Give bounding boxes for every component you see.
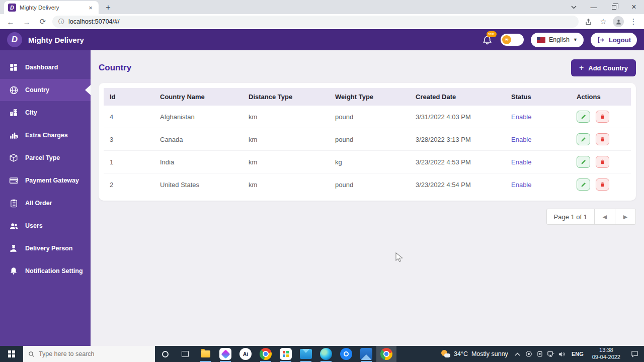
screen: D Mighty Delivery × + — × ← → ⟳ ⓘ localh… (0, 0, 644, 362)
status-enable-link[interactable]: Enable (511, 181, 531, 189)
tray-capture-icon[interactable] (534, 350, 545, 357)
notification-bell-icon[interactable]: 99+ (480, 33, 494, 46)
app-logo: D (7, 32, 22, 47)
sidebar-item-payment-gateway[interactable]: Payment Gateway (0, 169, 91, 192)
tab-close-icon[interactable]: × (87, 4, 95, 12)
window-controls: — × (564, 0, 644, 14)
clickup-icon[interactable] (215, 346, 235, 362)
profile-avatar[interactable] (612, 15, 625, 28)
col-id: Id (104, 88, 154, 106)
pencil-icon (581, 182, 587, 188)
status-enable-link[interactable]: Enable (511, 113, 531, 121)
sidebar-item-delivery-person[interactable]: Delivery Person (0, 237, 91, 259)
back-icon[interactable]: ← (4, 15, 17, 28)
sidebar-item-all-order[interactable]: All Order (0, 192, 91, 214)
courier-icon (9, 244, 19, 253)
sidebar-item-dashboard[interactable]: Dashboard (0, 56, 91, 78)
volume-icon[interactable] (556, 351, 568, 357)
url-text: localhost:50704/#/ (68, 18, 119, 25)
cortana-icon[interactable] (155, 346, 175, 362)
logout-button[interactable]: Logout (591, 33, 637, 47)
sidebar-item-country[interactable]: Country (0, 79, 91, 101)
chevron-down-icon: ▼ (573, 37, 578, 42)
browser-tab[interactable]: D Mighty Delivery × (4, 1, 99, 14)
microsoft-store-icon[interactable] (276, 346, 296, 362)
app-circle-icon[interactable]: Ai (235, 346, 256, 362)
mail-icon[interactable] (296, 346, 316, 362)
col-distance-type: Distance Type (243, 88, 329, 106)
close-button[interactable]: × (624, 0, 644, 14)
sidebar-item-parcel-type[interactable]: Parcel Type (0, 147, 91, 169)
input-language-indicator[interactable]: ENG (568, 351, 588, 357)
tab-title: Mighty Delivery (20, 5, 83, 11)
bookmark-star-icon[interactable]: ☆ (597, 15, 610, 28)
sidebar-item-extra-charges[interactable]: $ Extra Charges (0, 124, 91, 146)
edit-button[interactable] (577, 111, 590, 123)
chrome-active-icon[interactable] (376, 346, 396, 362)
weather-widget[interactable]: 34°C Mostly sunny (437, 350, 512, 358)
minimize-button[interactable]: — (584, 0, 604, 14)
prev-page-button[interactable]: ◀ (594, 209, 615, 225)
tab-favicon: D (8, 4, 16, 12)
clock-time: 13:38 (599, 347, 613, 354)
browser-menu-icon[interactable]: ⋮ (627, 15, 640, 28)
edge-icon[interactable] (316, 346, 336, 362)
browser-toolbar: ← → ⟳ ⓘ localhost:50704/#/ ☆ ⋮ (0, 14, 644, 29)
edit-button[interactable] (577, 156, 590, 168)
hidden-icons-chevron[interactable] (512, 352, 523, 356)
chrome-icon[interactable] (256, 346, 276, 362)
users-icon (9, 221, 19, 231)
photos-icon[interactable] (356, 346, 376, 362)
restore-button[interactable] (604, 0, 624, 14)
new-tab-button[interactable]: + (102, 1, 115, 14)
globe-icon (9, 85, 19, 95)
theme-toggle[interactable]: ☀ (501, 34, 524, 46)
sidebar-item-users[interactable]: Users (0, 215, 91, 237)
site-info-icon[interactable]: ⓘ (58, 18, 64, 26)
col-created-date: Created Date (410, 88, 505, 106)
delete-button[interactable] (596, 111, 609, 123)
network-icon[interactable] (545, 351, 556, 357)
status-enable-link[interactable]: Enable (511, 136, 531, 143)
col-actions: Actions (571, 88, 631, 106)
delete-button[interactable] (596, 178, 609, 191)
page-title: Country (99, 63, 131, 73)
delete-button[interactable] (596, 156, 609, 168)
window-menu-icon[interactable] (564, 0, 584, 14)
notification-badge: 99+ (487, 31, 497, 37)
start-button[interactable] (0, 346, 23, 362)
url-bar[interactable]: ⓘ localhost:50704/#/ (52, 16, 579, 28)
delete-button[interactable] (596, 133, 609, 145)
task-view-icon[interactable] (175, 346, 195, 362)
country-table-card: Id Country Name Distance Type Weight Typ… (99, 83, 636, 201)
language-selector[interactable]: English ▼ (531, 33, 584, 47)
search-input[interactable] (39, 350, 139, 357)
share-icon[interactable] (582, 15, 595, 28)
sidebar-item-notification-setting[interactable]: Notification Setting (0, 260, 91, 282)
taskbar-search[interactable] (23, 346, 155, 362)
brand[interactable]: D Mighty Delivery (0, 32, 91, 47)
refresh-icon[interactable]: ⟳ (36, 15, 49, 28)
add-country-button[interactable]: + Add Country (571, 59, 636, 76)
forward-icon[interactable]: → (20, 15, 33, 28)
taskbar-right: 34°C Mostly sunny ENG 13:38 09-04-2022 (437, 346, 644, 362)
trash-icon (600, 182, 605, 188)
tray-recorder-icon[interactable] (523, 350, 534, 357)
sidebar-item-city[interactable]: City (0, 102, 91, 124)
next-page-button[interactable]: ▶ (615, 209, 636, 225)
file-explorer-icon[interactable] (195, 346, 215, 362)
table-row: 3 Canada km pound 3/28/2022 3:13 PM Enab… (104, 128, 631, 151)
status-enable-link[interactable]: Enable (511, 158, 531, 166)
sidebar: Dashboard Country City $ Extra Charges P… (0, 50, 91, 346)
weather-temp: 34°C (454, 350, 468, 357)
taskbar-clock[interactable]: 13:38 09-04-2022 (588, 347, 625, 361)
parcel-box-icon (9, 153, 19, 162)
chart-dollar-icon: $ (9, 131, 19, 140)
col-country-name: Country Name (154, 88, 243, 106)
toolbar-right: ☆ ⋮ (582, 15, 640, 28)
edit-button[interactable] (577, 178, 590, 191)
recorder-app-icon[interactable] (336, 346, 356, 362)
taskbar: Ai 34°C Mostly sunny (0, 346, 644, 362)
action-center-icon[interactable] (625, 350, 644, 357)
edit-button[interactable] (577, 133, 590, 145)
